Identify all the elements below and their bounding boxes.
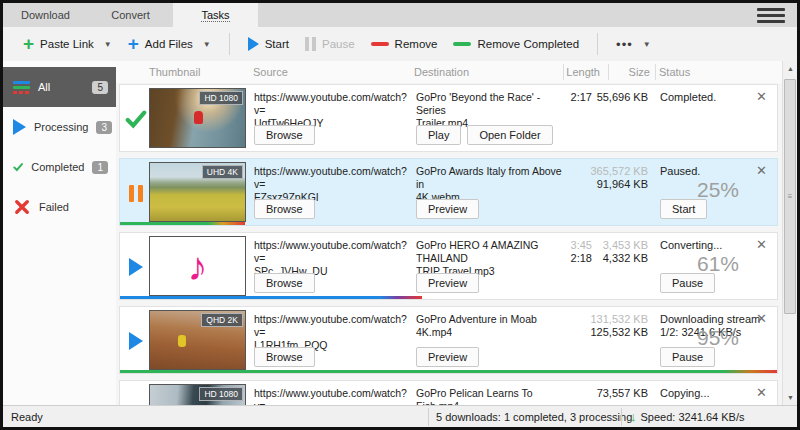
progress-bar <box>120 370 777 373</box>
destination-file: GoPro Adventure in Moab 4K.mp4 <box>416 313 562 339</box>
start-button[interactable]: Start <box>660 199 707 219</box>
statusbar-separator <box>621 408 622 426</box>
sidebar-processing-label: Processing <box>34 121 88 133</box>
close-icon[interactable]: ✕ <box>756 311 767 326</box>
column-separator <box>608 64 609 80</box>
col-source[interactable]: Source <box>253 66 288 78</box>
tab-bar: Download Convert Tasks <box>3 3 797 27</box>
browse-button[interactable]: Browse <box>254 347 315 367</box>
task-row-downloading[interactable]: QHD 2K https://www.youtube.com/watch?v=L… <box>119 306 778 374</box>
tab-tasks[interactable]: Tasks <box>173 3 258 27</box>
preview-button[interactable]: Preview <box>416 273 479 293</box>
status-bar: Ready 5 downloads: 1 completed, 3 proces… <box>3 405 797 427</box>
size-cell: 131,532 KB125,532 KB <box>574 313 648 339</box>
scroll-up-icon[interactable]: ▲ <box>783 61 798 76</box>
remove-completed-button[interactable]: Remove Completed <box>447 34 585 54</box>
col-destination[interactable]: Destination <box>414 66 469 78</box>
browse-button[interactable]: Browse <box>254 125 315 145</box>
toolbar: + Paste Link ▼ + Add Files ▼ Start Pause… <box>3 27 797 61</box>
speed-indicator: ↓ Speed: 3241.64 KB/s <box>630 411 744 423</box>
pause-icon <box>305 37 316 51</box>
paste-link-button[interactable]: + Paste Link ▼ <box>17 33 118 55</box>
tab-download[interactable]: Download <box>3 3 88 27</box>
play-icon <box>124 329 148 353</box>
sidebar-item-completed[interactable]: Completed 1 <box>3 147 116 187</box>
remove-completed-label: Remove Completed <box>477 38 579 50</box>
vertical-scrollbar[interactable]: ▲ ≡ ▼ <box>782 61 797 405</box>
add-files-label: Add Files <box>145 38 193 50</box>
column-separator <box>563 64 564 80</box>
preview-button[interactable]: Preview <box>416 347 479 367</box>
hamburger-menu-icon[interactable] <box>757 8 785 23</box>
rows-container: HD 1080 https://www.youtube.com/watch?v=… <box>116 83 782 405</box>
sidebar-item-all[interactable]: All 5 <box>3 67 116 107</box>
close-icon[interactable]: ✕ <box>756 163 767 178</box>
close-icon[interactable]: ✕ <box>756 89 767 104</box>
column-separator <box>655 64 656 80</box>
close-icon[interactable]: ✕ <box>756 385 767 400</box>
cyclist-figure <box>194 111 203 124</box>
toolbar-separator <box>229 33 230 55</box>
start-button[interactable]: Start <box>242 33 295 55</box>
music-note-icon: ♪ <box>188 246 208 286</box>
preview-button[interactable]: Preview <box>416 199 479 219</box>
downloads-summary: 5 downloads: 1 completed, 3 processing <box>436 411 632 423</box>
sidebar-item-processing[interactable]: Processing 3 <box>3 107 116 147</box>
pause-button[interactable]: Pause <box>660 273 715 293</box>
more-menu-button[interactable]: ••• ▼ <box>610 33 657 56</box>
task-row-paused[interactable]: UHD 4K https://www.youtube.com/watch?v=F… <box>119 158 778 226</box>
task-row-copying[interactable]: HD 1080 https://www.youtube.com/watch?v=… <box>119 380 778 405</box>
chevron-down-icon[interactable]: ▼ <box>104 40 112 49</box>
size-cell: 55,696 KB <box>574 91 648 104</box>
open-folder-button[interactable]: Open Folder <box>467 125 552 145</box>
check-icon <box>124 107 148 131</box>
hiker-figure <box>178 335 186 347</box>
pause-label: Pause <box>322 38 355 50</box>
task-row-completed[interactable]: HD 1080 https://www.youtube.com/watch?v=… <box>119 84 778 152</box>
tab-convert[interactable]: Convert <box>88 3 173 27</box>
chevron-down-icon[interactable]: ▼ <box>203 40 211 49</box>
browse-button[interactable]: Browse <box>254 273 315 293</box>
pause-button[interactable]: Pause <box>299 33 361 55</box>
all-tasks-icon <box>13 81 30 94</box>
scrollbar-thumb[interactable]: ≡ <box>784 79 796 314</box>
play-icon <box>13 119 26 135</box>
play-icon <box>248 37 259 51</box>
audio-thumbnail: ♪ <box>149 236 246 296</box>
video-thumbnail: HD 1080 <box>149 88 246 148</box>
col-thumbnail[interactable]: Thumbnail <box>149 66 200 78</box>
sidebar: All 5 Processing 3 Completed 1 Failed <box>3 61 116 405</box>
plus-icon: + <box>23 37 34 51</box>
tab-download-label: Download <box>21 9 70 21</box>
toolbar-separator <box>597 33 598 55</box>
browse-button[interactable]: Browse <box>254 199 315 219</box>
plus-icon: + <box>128 37 139 51</box>
task-row-converting[interactable]: ♪ https://www.youtube.com/watch?v=SPc_JV… <box>119 232 778 300</box>
scroll-down-icon[interactable]: ▼ <box>783 390 798 405</box>
quality-badge: HD 1080 <box>199 387 243 401</box>
size-cell: 365,572 KB91,964 KB <box>574 165 648 191</box>
remove-button[interactable]: Remove <box>365 34 444 54</box>
play-button[interactable]: Play <box>416 125 461 145</box>
progress-bar <box>120 222 245 225</box>
all-count-badge: 5 <box>92 81 108 94</box>
minus-icon <box>371 42 389 46</box>
sidebar-item-failed[interactable]: Failed <box>3 187 116 227</box>
processing-count-badge: 3 <box>96 121 112 134</box>
tab-tasks-label: Tasks <box>201 9 229 22</box>
statusbar-separator <box>428 408 429 426</box>
pause-button[interactable]: Pause <box>660 347 715 367</box>
paste-link-label: Paste Link <box>40 38 94 50</box>
x-icon <box>13 198 31 216</box>
quality-badge: HD 1080 <box>199 91 243 105</box>
remove-label: Remove <box>395 38 438 50</box>
col-size[interactable]: Size <box>578 66 650 78</box>
col-status[interactable]: Status <box>659 66 690 78</box>
close-icon[interactable]: ✕ <box>756 237 767 252</box>
video-thumbnail: QHD 2K <box>149 310 246 370</box>
speed-text: Speed: 3241.64 KB/s <box>641 411 745 423</box>
video-thumbnail: UHD 4K <box>149 162 246 222</box>
sidebar-failed-label: Failed <box>39 201 69 213</box>
down-arrow-icon: ↓ <box>630 411 637 423</box>
add-files-button[interactable]: + Add Files ▼ <box>122 33 217 55</box>
